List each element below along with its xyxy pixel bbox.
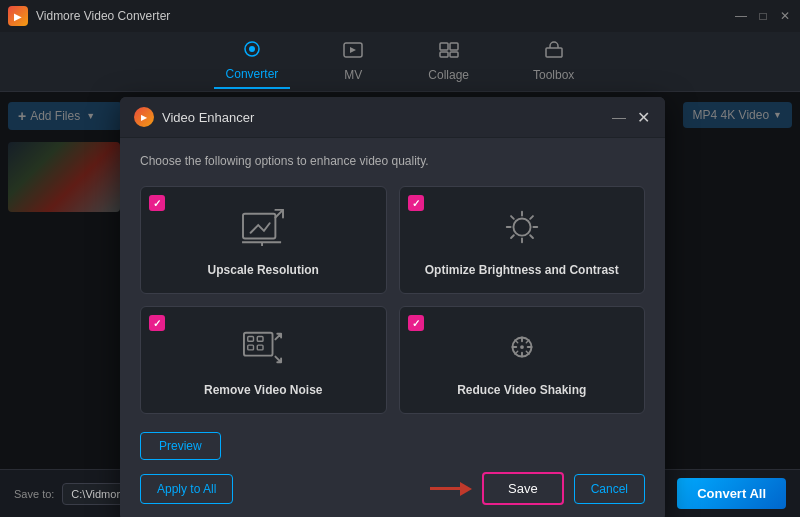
title-bar: ▶ Vidmore Video Converter — □ ✕: [0, 0, 800, 32]
svg-rect-3: [440, 43, 448, 50]
maximize-button[interactable]: □: [756, 9, 770, 23]
close-button[interactable]: ✕: [778, 9, 792, 23]
upscale-label: Upscale Resolution: [208, 263, 319, 277]
modal-actions-bottom: Apply to All Save Cancel: [140, 472, 645, 505]
nav-toolbox[interactable]: Toolbox: [521, 35, 586, 88]
minimize-button[interactable]: —: [734, 9, 748, 23]
nav-bar: Converter MV Collage Toolb: [0, 32, 800, 92]
svg-rect-7: [546, 48, 562, 57]
save-to-label: Save to:: [14, 488, 54, 500]
cancel-button[interactable]: Cancel: [574, 474, 645, 504]
video-enhancer-modal: ▶ Video Enhancer — ✕ Choose the followin…: [120, 97, 665, 517]
nav-converter[interactable]: Converter: [214, 34, 291, 89]
nav-collage-label: Collage: [428, 68, 469, 82]
svg-point-11: [513, 218, 530, 235]
svg-rect-22: [258, 337, 264, 342]
svg-rect-21: [248, 337, 254, 342]
modal-actions-top: Preview: [140, 432, 645, 460]
nav-converter-label: Converter: [226, 67, 279, 81]
option-upscale[interactable]: Upscale Resolution: [140, 186, 387, 294]
save-arrow: [430, 482, 472, 496]
svg-rect-5: [440, 52, 448, 57]
actions-right: Save Cancel: [430, 472, 645, 505]
noise-checkbox[interactable]: [149, 315, 165, 331]
modal-app-icon: ▶: [134, 107, 154, 127]
collage-icon: [438, 41, 460, 64]
title-bar-left: ▶ Vidmore Video Converter: [8, 6, 170, 26]
svg-rect-24: [258, 345, 264, 350]
modal-close-button[interactable]: ✕: [635, 109, 651, 125]
nav-toolbox-label: Toolbox: [533, 68, 574, 82]
svg-point-26: [520, 345, 524, 349]
svg-line-17: [530, 235, 533, 238]
preview-button[interactable]: Preview: [140, 432, 221, 460]
option-shaking[interactable]: Reduce Video Shaking: [399, 306, 646, 414]
noise-icon: [238, 323, 288, 373]
modal-minimize-button[interactable]: —: [611, 109, 627, 125]
save-button[interactable]: Save: [482, 472, 564, 505]
svg-rect-23: [248, 345, 254, 350]
nav-mv-label: MV: [344, 68, 362, 82]
options-grid: Upscale Resolution: [140, 186, 645, 414]
noise-label: Remove Video Noise: [204, 383, 323, 397]
shaking-label: Reduce Video Shaking: [457, 383, 586, 397]
option-noise[interactable]: Remove Video Noise: [140, 306, 387, 414]
modal-header: ▶ Video Enhancer — ✕: [120, 97, 665, 138]
app-icon: ▶: [8, 6, 28, 26]
nav-mv[interactable]: MV: [330, 35, 376, 88]
brightness-checkbox[interactable]: [408, 195, 424, 211]
brightness-label: Optimize Brightness and Contrast: [425, 263, 619, 277]
svg-point-1: [249, 46, 255, 52]
svg-line-19: [511, 235, 514, 238]
title-bar-right: — □ ✕: [734, 9, 792, 23]
convert-all-button[interactable]: Convert All: [677, 478, 786, 509]
upscale-checkbox[interactable]: [149, 195, 165, 211]
modal-body: Choose the following options to enhance …: [120, 138, 665, 517]
app-title: Vidmore Video Converter: [36, 9, 170, 23]
upscale-icon: [238, 203, 288, 253]
mv-icon: [342, 41, 364, 64]
shaking-icon: [497, 323, 547, 373]
modal-title: Video Enhancer: [162, 110, 254, 125]
option-brightness[interactable]: Optimize Brightness and Contrast: [399, 186, 646, 294]
nav-collage[interactable]: Collage: [416, 35, 481, 88]
modal-controls: — ✕: [611, 109, 651, 125]
toolbox-icon: [543, 41, 565, 64]
arrow-head: [460, 482, 472, 496]
svg-line-16: [511, 216, 514, 219]
shaking-checkbox[interactable]: [408, 315, 424, 331]
modal-subtitle: Choose the following options to enhance …: [140, 154, 645, 168]
svg-rect-4: [450, 43, 458, 50]
modal-title-area: ▶ Video Enhancer: [134, 107, 254, 127]
arrow-line: [430, 487, 460, 490]
apply-all-button[interactable]: Apply to All: [140, 474, 233, 504]
brightness-icon: [497, 203, 547, 253]
converter-icon: [241, 40, 263, 63]
main-area: + Add Files ▼ MP4 4K Video ▼ ▶ Video Enh…: [0, 92, 800, 469]
svg-line-18: [530, 216, 533, 219]
svg-rect-6: [450, 52, 458, 57]
